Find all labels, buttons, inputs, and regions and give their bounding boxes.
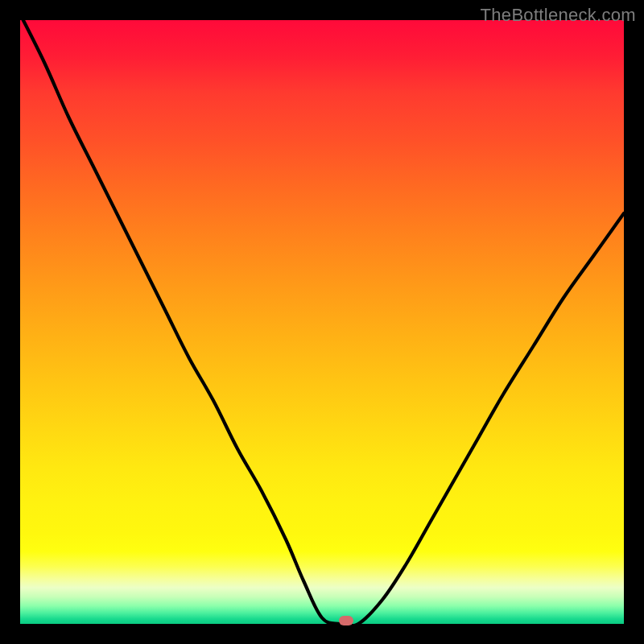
optimal-point-marker — [339, 616, 353, 625]
chart-frame: TheBottleneck.com — [0, 0, 644, 644]
bottleneck-curve — [20, 20, 624, 624]
plot-area — [20, 20, 624, 624]
watermark-text: TheBottleneck.com — [481, 5, 636, 26]
